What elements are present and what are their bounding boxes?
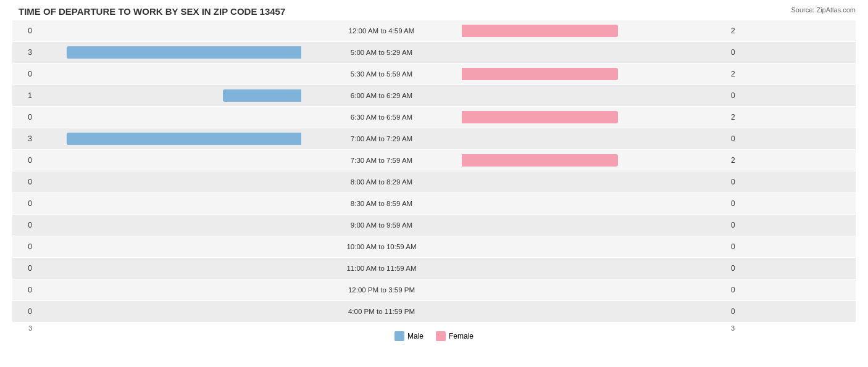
table-row: 012:00 PM to 3:59 PM0 [12, 279, 856, 300]
female-value: 0 [727, 134, 751, 143]
male-value: 1 [12, 91, 36, 100]
male-value: 0 [12, 286, 36, 294]
table-row: 07:30 AM to 7:59 AM2 [12, 150, 856, 171]
time-label: 12:00 AM to 4:59 AM [301, 27, 462, 35]
female-bar [462, 154, 618, 167]
table-row: 37:00 AM to 7:29 AM0 [12, 128, 856, 149]
time-label: 7:30 AM to 7:59 AM [301, 157, 462, 164]
male-value: 0 [12, 27, 36, 35]
female-legend-box [436, 331, 446, 341]
male-legend-label: Male [407, 332, 424, 340]
table-row: 04:00 PM to 11:59 PM0 [12, 301, 856, 322]
female-value: 0 [727, 91, 751, 100]
time-label: 6:00 AM to 6:29 AM [301, 92, 462, 99]
legend: Male Female [12, 331, 856, 341]
female-value: 0 [727, 178, 751, 186]
male-value: 0 [12, 113, 36, 122]
legend-female: Female [436, 331, 474, 341]
male-value: 0 [12, 70, 36, 78]
chart-title: TIME OF DEPARTURE TO WORK BY SEX IN ZIP … [12, 6, 856, 17]
axis-right-value: 3 [727, 324, 751, 332]
chart-container: TIME OF DEPARTURE TO WORK BY SEX IN ZIP … [0, 0, 868, 367]
male-bar [223, 89, 301, 102]
table-row: 09:00 AM to 9:59 AM0 [12, 215, 856, 236]
female-bar [462, 111, 618, 123]
female-value: 0 [727, 48, 751, 57]
table-row: 08:30 AM to 8:59 AM0 [12, 193, 856, 214]
time-label: 5:30 AM to 5:59 AM [301, 70, 462, 78]
time-label: 8:00 AM to 8:29 AM [301, 178, 462, 186]
female-value: 0 [727, 221, 751, 229]
male-value: 0 [12, 242, 36, 251]
time-label: 4:00 PM to 11:59 PM [301, 308, 462, 315]
male-value: 0 [12, 178, 36, 186]
time-label: 7:00 AM to 7:29 AM [301, 135, 462, 142]
female-value: 2 [727, 70, 751, 78]
male-bar [67, 46, 301, 59]
female-value: 0 [727, 286, 751, 294]
table-row: 08:00 AM to 8:29 AM0 [12, 171, 856, 192]
male-value: 3 [12, 134, 36, 143]
female-bar [462, 25, 618, 37]
table-row: 05:30 AM to 5:59 AM2 [12, 64, 856, 85]
table-row: 010:00 AM to 10:59 AM0 [12, 236, 856, 257]
female-value: 0 [727, 242, 751, 251]
time-label: 10:00 AM to 10:59 AM [301, 243, 462, 250]
male-legend-box [394, 331, 404, 341]
table-row: 16:00 AM to 6:29 AM0 [12, 85, 856, 106]
male-value: 3 [12, 48, 36, 57]
male-value: 0 [12, 221, 36, 229]
time-label: 5:00 AM to 5:29 AM [301, 49, 462, 56]
female-value: 2 [727, 156, 751, 165]
axis-left-value: 3 [12, 324, 36, 332]
table-row: 06:30 AM to 6:59 AM2 [12, 107, 856, 128]
female-value: 2 [727, 27, 751, 35]
source-text: Source: ZipAtlas.com [791, 6, 856, 14]
female-legend-label: Female [449, 332, 474, 340]
time-label: 8:30 AM to 8:59 AM [301, 200, 462, 207]
time-label: 9:00 AM to 9:59 AM [301, 221, 462, 229]
table-row: 35:00 AM to 5:29 AM0 [12, 42, 856, 63]
male-value: 0 [12, 307, 36, 316]
male-bar [67, 133, 301, 145]
male-value: 0 [12, 156, 36, 165]
legend-male: Male [394, 331, 424, 341]
female-value: 2 [727, 113, 751, 122]
female-value: 0 [727, 264, 751, 273]
female-value: 0 [727, 307, 751, 316]
male-value: 0 [12, 264, 36, 273]
male-value: 0 [12, 199, 36, 208]
female-bar [462, 68, 618, 80]
time-label: 11:00 AM to 11:59 AM [301, 265, 462, 272]
chart-area: 012:00 AM to 4:59 AM235:00 AM to 5:29 AM… [12, 20, 856, 329]
time-label: 6:30 AM to 6:59 AM [301, 113, 462, 121]
female-value: 0 [727, 199, 751, 208]
table-row: 012:00 AM to 4:59 AM2 [12, 20, 856, 41]
time-label: 12:00 PM to 3:59 PM [301, 286, 462, 294]
table-row: 011:00 AM to 11:59 AM0 [12, 258, 856, 279]
